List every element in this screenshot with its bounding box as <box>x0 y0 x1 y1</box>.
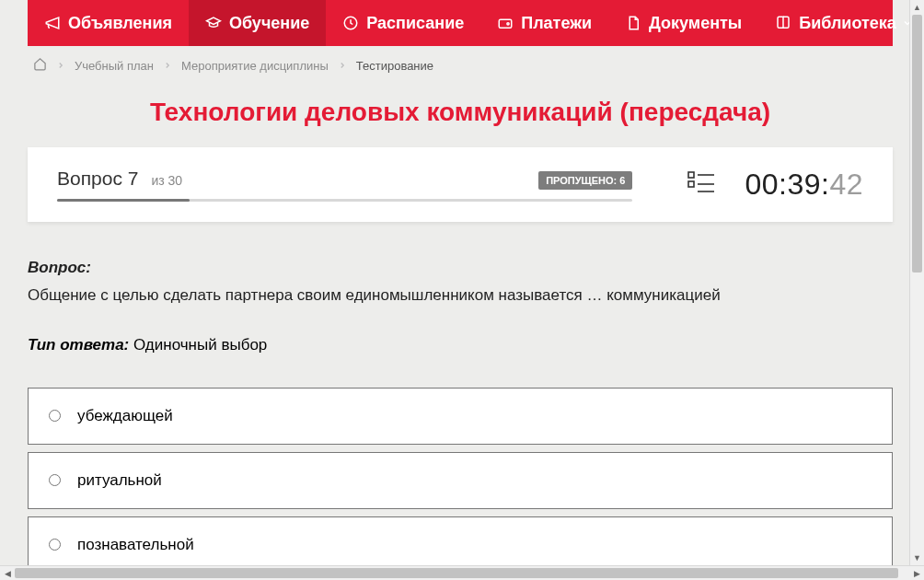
svg-point-2 <box>507 23 509 25</box>
answer-type-value: Одиночный выбор <box>133 336 267 354</box>
nav-payments[interactable]: Платежи <box>480 0 608 46</box>
nav-learning[interactable]: Обучение <box>189 0 326 46</box>
chevron-right-icon <box>163 59 172 73</box>
nav-label: Объявления <box>68 14 172 33</box>
timer-seconds: 42 <box>829 168 863 201</box>
horizontal-scrollbar[interactable]: ◀ ▶ <box>0 565 924 580</box>
nav-label: Обучение <box>229 14 309 33</box>
nav-documents[interactable]: Документы <box>608 0 758 46</box>
nav-label: Платежи <box>521 14 592 33</box>
megaphone-icon <box>44 15 61 31</box>
svg-rect-3 <box>688 172 694 178</box>
skipped-badge: ПРОПУЩЕНО: 6 <box>538 171 632 190</box>
question-grid-button[interactable] <box>632 169 745 201</box>
document-icon <box>625 15 641 31</box>
option-3-radio[interactable] <box>49 539 61 551</box>
book-icon <box>775 15 791 31</box>
nav-label: Расписание <box>366 14 464 33</box>
clock-icon <box>342 15 359 31</box>
option-1-label: убеждающей <box>77 407 173 425</box>
question-total: из 30 <box>151 173 182 190</box>
nav-schedule[interactable]: Расписание <box>326 0 480 46</box>
breadcrumb-event[interactable]: Мероприятие дисциплины <box>181 59 329 73</box>
page-title: Технологии деловых коммуникаций (пересда… <box>28 98 893 127</box>
option-2-label: ритуальной <box>77 471 162 490</box>
progress-bar <box>57 199 632 202</box>
vertical-scrollbar[interactable]: ▲ ▼ <box>909 0 924 565</box>
scroll-up-arrow[interactable]: ▲ <box>910 0 924 15</box>
wallet-icon <box>497 15 514 31</box>
question-number: Вопрос 7 <box>57 168 138 190</box>
nav-label: Документы <box>649 14 742 33</box>
scroll-thumb[interactable] <box>912 15 922 273</box>
status-card: Вопрос 7 из 30 ПРОПУЩЕНО: 6 00:39:42 <box>28 147 893 222</box>
option-1-radio[interactable] <box>49 410 61 422</box>
scroll-down-arrow[interactable]: ▼ <box>910 551 924 565</box>
option-2-radio[interactable] <box>49 474 61 486</box>
question-heading: Вопрос: <box>28 259 893 277</box>
breadcrumb-curriculum[interactable]: Учебный план <box>75 59 154 73</box>
timer: 00:39:42 <box>745 168 863 202</box>
breadcrumb-testing: Тестирование <box>356 59 433 73</box>
svg-rect-5 <box>688 181 694 187</box>
nav-announcements[interactable]: Объявления <box>28 0 189 46</box>
scroll-thumb-h[interactable] <box>15 568 898 578</box>
question-text: Общение с целью сделать партнера своим е… <box>28 284 893 307</box>
option-3-label: познавательной <box>77 536 194 554</box>
option-2[interactable]: ритуальной <box>28 452 893 509</box>
nav-label: Библиотека <box>799 14 896 33</box>
option-1[interactable]: убеждающей <box>28 388 893 445</box>
main-nav: Объявления Обучение Расписание Платежи Д… <box>28 0 893 46</box>
option-3[interactable]: познавательной <box>28 516 893 565</box>
nav-library[interactable]: Библиотека <box>758 0 924 46</box>
chevron-right-icon <box>56 59 65 73</box>
answer-type-label: Тип ответа: <box>28 336 129 354</box>
chevron-right-icon <box>338 59 347 73</box>
breadcrumb: Учебный план Мероприятие дисциплины Тест… <box>28 46 893 85</box>
progress-fill <box>57 199 190 202</box>
answer-options: убеждающей ритуальной познавательной <box>28 388 893 565</box>
timer-main: 00:39: <box>745 168 829 201</box>
scroll-left-arrow[interactable]: ◀ <box>0 566 15 580</box>
home-icon[interactable] <box>33 57 47 74</box>
graduation-icon <box>205 15 222 31</box>
scroll-right-arrow[interactable]: ▶ <box>909 566 924 580</box>
